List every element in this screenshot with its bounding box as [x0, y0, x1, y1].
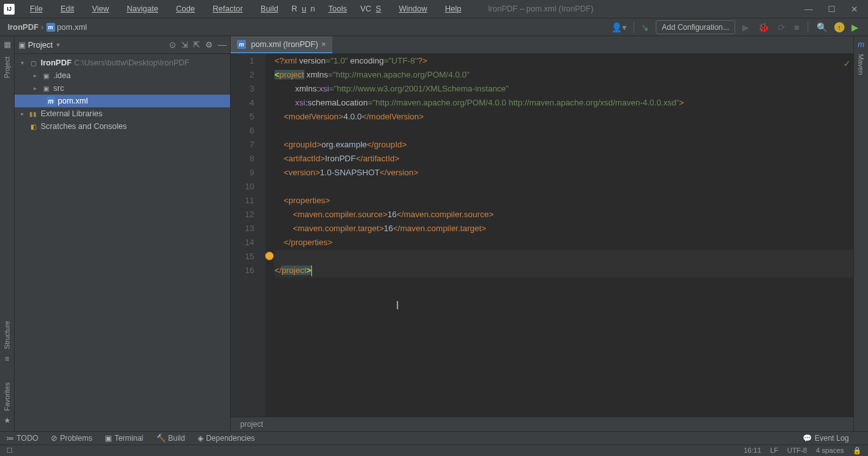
- scratches-icon: ◧: [28, 122, 38, 131]
- status-indent[interactable]: 4 spaces: [816, 446, 844, 455]
- menu-code[interactable]: Code: [167, 4, 204, 13]
- hammer-build-icon[interactable]: ↘: [639, 22, 651, 32]
- menu-view[interactable]: View: [83, 4, 118, 13]
- event-log-tool[interactable]: 💬Event Log: [803, 434, 849, 443]
- module-folder-icon: ▢: [28, 58, 38, 67]
- status-bar: ☐ 16:11 LF UTF-8 4 spaces 🔒: [0, 445, 868, 456]
- editor-breadcrumb[interactable]: project: [231, 417, 853, 431]
- menu-refactor[interactable]: Refactor: [204, 4, 252, 13]
- update-icon[interactable]: ↑: [834, 22, 844, 32]
- editor-tab-pom[interactable]: m pom.xml (IronPDF) ×: [231, 36, 332, 53]
- line-number-gutter: 12345678910111213141516: [231, 54, 266, 417]
- dependencies-tool[interactable]: ◈Dependencies: [198, 434, 255, 443]
- menu-vcs[interactable]: VCS: [356, 4, 390, 13]
- maven-tool-icon[interactable]: m: [858, 40, 865, 49]
- folder-icon: ▣: [41, 71, 51, 80]
- chevron-right-icon[interactable]: ▸: [21, 111, 28, 117]
- show-tools-icon[interactable]: ☐: [6, 446, 13, 455]
- project-tool-icon[interactable]: ▦: [4, 40, 11, 49]
- project-panel: ▣ Project ▼ ⊙ ⇲ ⇱ ⚙ — ▾ ▢ IronPDF C:\Use…: [15, 36, 231, 431]
- folder-icon: ▣: [18, 41, 25, 50]
- menu-file[interactable]: File: [21, 4, 51, 13]
- minimize-button[interactable]: —: [804, 4, 813, 14]
- status-line-ending[interactable]: LF: [770, 446, 778, 455]
- menu-tools[interactable]: Tools: [320, 4, 356, 13]
- close-tab-icon[interactable]: ×: [322, 39, 327, 49]
- terminal-icon: ▣: [105, 434, 112, 443]
- intention-bulb-icon[interactable]: [265, 251, 274, 260]
- add-user-icon[interactable]: 👤▾: [609, 22, 628, 32]
- code-editor[interactable]: 12345678910111213141516 ✓ <?xml version=…: [231, 54, 853, 417]
- terminal-tool[interactable]: ▣Terminal: [105, 434, 143, 443]
- select-opened-file-icon[interactable]: ⊙: [169, 40, 176, 50]
- tree-file-pom[interactable]: m pom.xml: [15, 95, 230, 107]
- nav-bar: IronPDF › m pom.xml 👤▾ ↘ Add Configurati…: [0, 18, 868, 36]
- chevron-right-icon[interactable]: ▸: [34, 72, 41, 79]
- tree-folder-src[interactable]: ▸ ▣ src: [15, 82, 230, 95]
- ide-play-icon[interactable]: ▶: [850, 22, 860, 32]
- hide-panel-icon[interactable]: —: [218, 40, 226, 50]
- debug-icon[interactable]: 🐞: [756, 22, 771, 32]
- project-panel-title[interactable]: Project: [28, 41, 53, 50]
- text-cursor-icon: I: [396, 298, 399, 312]
- todo-tool[interactable]: ≔TODO: [6, 434, 38, 443]
- favorites-tool-label[interactable]: Favorites: [3, 377, 11, 416]
- chevron-down-icon[interactable]: ▼: [55, 42, 61, 48]
- breadcrumb-file[interactable]: pom.xml: [57, 23, 87, 32]
- tree-scratches[interactable]: ◧ Scratches and Consoles: [15, 120, 230, 133]
- expand-all-icon[interactable]: ⇲: [181, 40, 188, 50]
- rerun-icon[interactable]: ⟳: [776, 22, 787, 32]
- menu-window[interactable]: Window: [390, 4, 436, 13]
- maven-tool-label[interactable]: Maven: [857, 49, 865, 80]
- main-menu: File Edit View Navigate Code Refactor Bu…: [21, 4, 470, 13]
- breadcrumb-root[interactable]: IronPDF: [8, 23, 39, 32]
- build-icon: 🔨: [156, 434, 166, 443]
- no-problems-icon[interactable]: ✓: [843, 57, 851, 70]
- window-controls: — ☐ ✕: [804, 4, 864, 14]
- code-content[interactable]: ✓ <?xml version="1.0" encoding="UTF-8"?>…: [266, 54, 853, 417]
- project-panel-header: ▣ Project ▼ ⊙ ⇲ ⇱ ⚙ —: [15, 36, 230, 54]
- problems-tool[interactable]: ⊘Problems: [51, 434, 92, 443]
- menu-build[interactable]: Build: [252, 4, 287, 13]
- close-button[interactable]: ✕: [851, 4, 858, 14]
- project-tool-label[interactable]: Project: [3, 51, 11, 83]
- menu-help[interactable]: Help: [436, 4, 470, 13]
- project-tree[interactable]: ▾ ▢ IronPDF C:\Users\buttw\Desktop\IronP…: [15, 54, 230, 133]
- chat-icon: 💬: [803, 434, 812, 443]
- editor-area: m pom.xml (IronPDF) × 123456789101112131…: [231, 36, 853, 431]
- search-icon[interactable]: 🔍: [815, 22, 829, 32]
- main-content: ▦ Project Structure ≡ Favorites ★ ▣ Proj…: [0, 36, 868, 431]
- window-title: IronPDF – pom.xml (IronPDF): [488, 4, 593, 13]
- menu-edit[interactable]: Edit: [51, 4, 83, 13]
- add-configuration-button[interactable]: Add Configuration...: [656, 20, 735, 34]
- left-tool-strip: ▦ Project Structure ≡ Favorites ★: [0, 36, 15, 431]
- tree-root[interactable]: ▾ ▢ IronPDF C:\Users\buttw\Desktop\IronP…: [15, 57, 230, 69]
- maven-file-icon: m: [46, 23, 55, 32]
- library-icon: ▮▮: [28, 109, 38, 118]
- run-icon[interactable]: ▶: [740, 22, 751, 32]
- favorites-tool-icon[interactable]: ★: [4, 416, 11, 425]
- tree-external-libs[interactable]: ▸ ▮▮ External Libraries: [15, 107, 230, 120]
- maximize-button[interactable]: ☐: [828, 4, 836, 14]
- bottom-tool-bar: ≔TODO ⊘Problems ▣Terminal 🔨Build ◈Depend…: [0, 431, 868, 445]
- right-tool-strip: m Maven: [853, 36, 868, 431]
- chevron-right-icon: ›: [41, 23, 44, 32]
- editor-tab-bar: m pom.xml (IronPDF) ×: [231, 36, 853, 54]
- todo-icon: ≔: [6, 434, 14, 443]
- tab-label: pom.xml (IronPDF): [251, 40, 318, 49]
- deps-icon: ◈: [198, 434, 203, 443]
- status-encoding[interactable]: UTF-8: [787, 446, 807, 455]
- build-tool[interactable]: 🔨Build: [156, 434, 186, 443]
- chevron-right-icon[interactable]: ▸: [34, 85, 41, 91]
- stop-icon[interactable]: ■: [792, 22, 801, 32]
- structure-tool-icon[interactable]: ≡: [4, 354, 9, 363]
- status-line-col[interactable]: 16:11: [743, 446, 761, 455]
- menu-navigate[interactable]: Navigate: [118, 4, 167, 13]
- menu-run[interactable]: Run: [287, 4, 320, 13]
- collapse-all-icon[interactable]: ⇱: [193, 40, 200, 50]
- lock-icon[interactable]: 🔒: [853, 446, 862, 455]
- structure-tool-label[interactable]: Structure: [3, 316, 11, 354]
- chevron-down-icon[interactable]: ▾: [21, 60, 28, 66]
- tree-folder-idea[interactable]: ▸ ▣ .idea: [15, 69, 230, 82]
- gear-icon[interactable]: ⚙: [205, 40, 213, 50]
